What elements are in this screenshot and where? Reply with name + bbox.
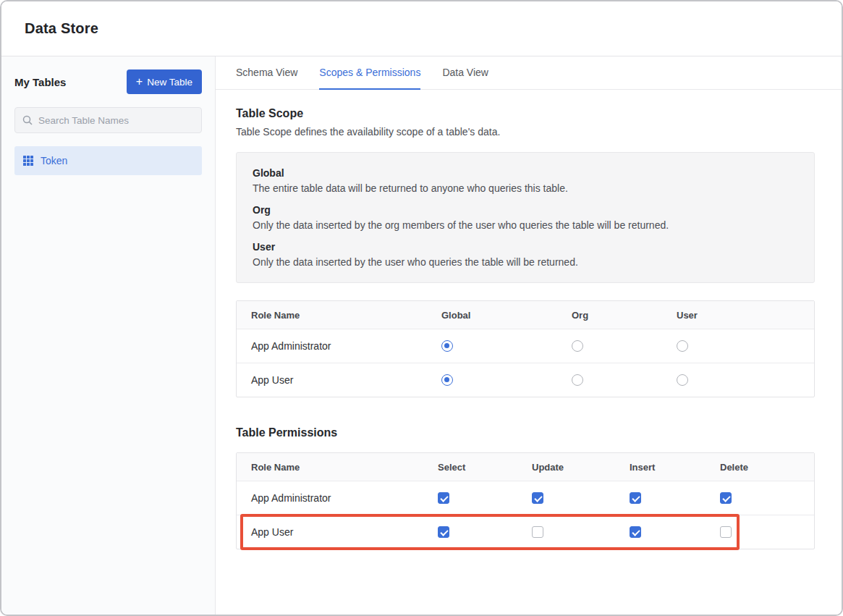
checkbox-app-administrator-insert[interactable] bbox=[630, 492, 641, 504]
definition-term: Org bbox=[253, 204, 798, 216]
definition-text: Only the data inserted by the org member… bbox=[253, 219, 798, 231]
table-header-row: Role Name Global Org User bbox=[237, 301, 814, 329]
page-header: Data Store bbox=[1, 1, 842, 56]
column-header-role-name: Role Name bbox=[237, 453, 438, 481]
tab-label: Data View bbox=[442, 67, 488, 78]
role-name-cell: App Administrator bbox=[237, 481, 438, 515]
new-table-button-label: New Table bbox=[147, 77, 192, 88]
checkbox-app-user-update[interactable] bbox=[532, 526, 543, 538]
main-panel: Schema View Scopes & Permissions Data Vi… bbox=[216, 56, 842, 615]
page-title: Data Store bbox=[25, 20, 98, 37]
table-item-label: Token bbox=[41, 155, 67, 166]
table-permissions-table: Role Name Select Update Insert Delete Ap… bbox=[236, 452, 815, 549]
role-name-cell: App User bbox=[237, 515, 438, 549]
checkbox-app-user-insert[interactable] bbox=[630, 526, 641, 538]
column-header-insert: Insert bbox=[630, 453, 720, 481]
radio-app-user-global[interactable] bbox=[441, 374, 453, 386]
checkbox-app-administrator-update[interactable] bbox=[532, 492, 543, 504]
content-area: Table Scope Table Scope defines the avai… bbox=[216, 90, 842, 615]
search-icon bbox=[22, 115, 33, 125]
definition-org: Org Only the data inserted by the org me… bbox=[253, 204, 798, 231]
table-icon bbox=[23, 156, 33, 166]
radio-app-administrator-global[interactable] bbox=[441, 340, 453, 352]
column-header-delete: Delete bbox=[720, 453, 814, 481]
radio-app-user-user[interactable] bbox=[677, 374, 688, 386]
definition-text: The entire table data will be returned t… bbox=[253, 182, 798, 194]
plus-icon: + bbox=[136, 76, 143, 88]
role-name-cell: App User bbox=[237, 363, 441, 397]
radio-app-administrator-user[interactable] bbox=[677, 340, 688, 352]
table-row: App User bbox=[237, 515, 814, 549]
column-header-select: Select bbox=[438, 453, 532, 481]
column-header-org: Org bbox=[572, 301, 677, 329]
checkbox-app-user-delete[interactable] bbox=[720, 526, 732, 538]
definition-term: User bbox=[253, 241, 798, 253]
radio-app-user-org[interactable] bbox=[572, 374, 583, 386]
definition-global: Global The entire table data will be ret… bbox=[253, 167, 798, 194]
table-scope-heading: Table Scope bbox=[236, 107, 814, 120]
checkbox-app-user-select[interactable] bbox=[438, 526, 449, 538]
table-header-row: Role Name Select Update Insert Delete bbox=[237, 453, 814, 481]
sidebar: My Tables + New Table Token bbox=[1, 56, 216, 615]
sidebar-item-token[interactable]: Token bbox=[14, 146, 202, 175]
tab-label: Schema View bbox=[236, 67, 297, 78]
column-header-global: Global bbox=[441, 301, 572, 329]
table-scope-description: Table Scope defines the availability sco… bbox=[236, 126, 814, 138]
search-table-input[interactable] bbox=[38, 115, 194, 126]
new-table-button[interactable]: + New Table bbox=[127, 69, 202, 94]
table-row: App Administrator bbox=[237, 329, 814, 363]
table-row: App User bbox=[237, 363, 814, 397]
sidebar-heading: My Tables bbox=[14, 76, 66, 88]
role-name-cell: App Administrator bbox=[237, 329, 441, 363]
tab-schema-view[interactable]: Schema View bbox=[236, 56, 297, 90]
tab-scopes-permissions[interactable]: Scopes & Permissions bbox=[319, 56, 420, 90]
column-header-update: Update bbox=[532, 453, 630, 481]
table-scope-table: Role Name Global Org User App Administra… bbox=[236, 300, 815, 397]
definition-text: Only the data inserted by the user who q… bbox=[253, 256, 798, 268]
app-window: Data Store My Tables + New Table bbox=[0, 0, 843, 616]
checkbox-app-administrator-select[interactable] bbox=[438, 492, 449, 504]
table-row: App Administrator bbox=[237, 481, 814, 515]
definition-user: User Only the data inserted by the user … bbox=[253, 241, 798, 268]
table-list: Token bbox=[1, 146, 215, 175]
table-permissions-heading: Table Permissions bbox=[236, 426, 814, 439]
column-header-role-name: Role Name bbox=[237, 301, 441, 329]
definition-term: Global bbox=[253, 167, 798, 179]
column-header-user: User bbox=[677, 301, 814, 329]
tab-data-view[interactable]: Data View bbox=[442, 56, 488, 90]
checkbox-app-administrator-delete[interactable] bbox=[720, 492, 732, 504]
scope-definitions-box: Global The entire table data will be ret… bbox=[236, 152, 815, 283]
tab-bar: Schema View Scopes & Permissions Data Vi… bbox=[216, 56, 842, 90]
radio-app-administrator-org[interactable] bbox=[572, 340, 583, 352]
search-box bbox=[14, 107, 202, 133]
tab-label: Scopes & Permissions bbox=[319, 67, 420, 78]
